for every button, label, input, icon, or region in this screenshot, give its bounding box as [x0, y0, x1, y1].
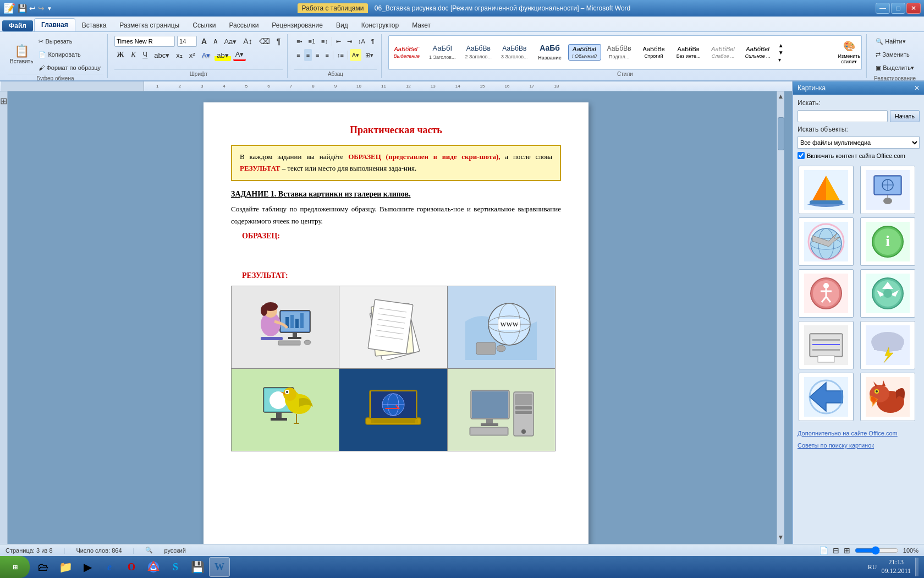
change-styles-btn[interactable]: 🎨 Изменитьстили▾ — [838, 40, 861, 64]
show-marks-button[interactable]: ¶ — [369, 35, 377, 47]
clip-thumb-arrow-target[interactable] — [799, 373, 854, 421]
taskbar-ie-icon[interactable]: e — [99, 557, 120, 577]
style-normal[interactable]: АаБбВвI! Обычный — [568, 44, 601, 61]
view-fullscreen-btn[interactable]: ⊟ — [833, 546, 839, 555]
quick-dropdown[interactable]: ▼ — [47, 6, 52, 12]
tab-layout2[interactable]: Макет — [405, 19, 437, 31]
maximize-button[interactable]: □ — [891, 3, 905, 14]
view-two-pages-btn[interactable]: ⊞ — [844, 546, 850, 555]
clip-thumb-computer-network[interactable] — [860, 166, 915, 214]
search-tips-link[interactable]: Советы по поиску картинок — [798, 442, 920, 449]
close-button[interactable]: ✕ — [906, 3, 921, 14]
justify-button[interactable]: ≡ — [323, 49, 331, 61]
clip-thumb-dragon[interactable] — [860, 373, 915, 421]
scroll-down-arrow[interactable]: ▼ — [778, 533, 784, 542]
show-hide-button[interactable]: ¶ — [274, 35, 283, 47]
clip-thumb-info[interactable]: i — [860, 217, 915, 266]
style-bezinte[interactable]: АаБбВвБез инте... — [672, 44, 705, 61]
include-office-checkbox[interactable] — [798, 152, 805, 159]
zoom-slider[interactable] — [855, 547, 899, 554]
bullets-button[interactable]: ≡• — [294, 35, 304, 47]
underline-button[interactable]: Ч — [140, 49, 150, 61]
search-input[interactable] — [798, 110, 888, 122]
tab-constructor[interactable]: Конструктор — [355, 19, 405, 31]
style-heading1[interactable]: АаБбI1 Заголов... — [425, 42, 459, 62]
font-color-button[interactable]: A▾ — [233, 49, 246, 61]
taskbar-media-icon[interactable]: ▶ — [77, 557, 98, 577]
increase-indent-button[interactable]: ⇥ — [345, 35, 354, 47]
style-podgol[interactable]: АаБбВвПодгол... — [603, 43, 636, 62]
font-case-button[interactable]: A↕ — [241, 35, 254, 47]
format-painter-button[interactable]: 🖌 Формат по образцу — [36, 62, 103, 74]
quick-undo[interactable]: ↩ — [29, 4, 36, 13]
taskbar-skype-icon[interactable]: S — [165, 557, 186, 577]
style-strogiy[interactable]: АаБбВвСтрогий — [637, 44, 670, 61]
paste-button[interactable]: 📋 Вставить — [8, 39, 35, 70]
main-document[interactable]: Практическая часть В каждом задании вы н… — [8, 91, 784, 544]
copy-button[interactable]: 📄 Копировать — [36, 48, 103, 61]
align-center-button[interactable]: ≡ — [304, 49, 312, 61]
clip-thumb-recycle[interactable] — [860, 269, 915, 318]
select-button[interactable]: ▣ Выделить▾ — [873, 62, 916, 74]
office-link[interactable]: Дополнительно на сайте Office.com — [798, 430, 920, 437]
styles-more[interactable]: ▾ — [778, 57, 784, 63]
multilevel-button[interactable]: ≡↕ — [319, 35, 330, 47]
quick-save[interactable]: 💾 — [18, 4, 27, 13]
vertical-scrollbar[interactable]: ▲ ▼ — [777, 91, 784, 544]
align-left-button[interactable]: ≡ — [294, 49, 302, 61]
scroll-thumb[interactable] — [778, 117, 784, 150]
view-normal-btn[interactable]: 📄 — [819, 546, 828, 555]
tab-view[interactable]: Вид — [329, 19, 355, 31]
file-type-dropdown[interactable]: Все файлы мультимедиа — [798, 137, 920, 149]
tab-file[interactable]: Файл — [2, 20, 33, 31]
style-heading2[interactable]: АаБбВв2 Заголов... — [461, 43, 496, 62]
style-title[interactable]: АаБбНазвание — [534, 42, 566, 63]
text-effect-button[interactable]: A▾ — [200, 49, 213, 61]
subscript-button[interactable]: х₂ — [174, 49, 185, 61]
italic-button[interactable]: К — [129, 49, 138, 61]
scroll-up-arrow[interactable]: ▲ — [778, 92, 784, 101]
borders-button[interactable]: ⊞▾ — [363, 49, 376, 61]
taskbar-opera-icon[interactable]: O — [121, 557, 142, 577]
taskbar-explorer-icon[interactable]: 🗁 — [33, 557, 54, 577]
sort-button[interactable]: ↕A — [356, 35, 367, 47]
shrink-font-button[interactable]: A — [211, 35, 219, 47]
style-slaboe[interactable]: АаБбВвIСлабое ... — [707, 44, 740, 61]
style-heading3[interactable]: АаБбВв3 Заголов... — [497, 43, 531, 62]
tab-mailings[interactable]: Рассылки — [222, 19, 265, 31]
taskbar-save-icon[interactable]: 💾 — [187, 557, 208, 577]
show-desktop-btn[interactable] — [915, 558, 919, 576]
clip-thumb-scanner[interactable] — [799, 321, 854, 369]
superscript-button[interactable]: х² — [187, 49, 197, 61]
cut-button[interactable]: ✂ Вырезать — [36, 35, 103, 47]
numbering-button[interactable]: ≡1 — [306, 35, 318, 47]
font-size-input[interactable]: 14 — [177, 36, 197, 47]
scroll-left-expand[interactable]: ⊞ — [0, 96, 7, 106]
shading-button[interactable]: A▾ — [350, 49, 361, 61]
clear-all-button[interactable]: ⌫ — [257, 35, 272, 47]
clip-thumb-sailing[interactable] — [799, 166, 854, 214]
zoom-percent[interactable]: 100% — [903, 547, 919, 554]
tab-layout[interactable]: Разметка страницы — [113, 19, 186, 31]
taskbar-word-icon[interactable]: W — [209, 557, 230, 577]
styles-down[interactable]: ▼ — [778, 50, 784, 56]
minimize-button[interactable]: — — [876, 3, 890, 14]
grow-font-button[interactable]: A — [199, 35, 209, 47]
decrease-indent-button[interactable]: ⇤ — [334, 35, 343, 47]
font-name-input[interactable]: Times New R — [114, 36, 175, 47]
replace-button[interactable]: ⇄ Заменить — [873, 48, 916, 61]
clear-format-button[interactable]: Aa▾ — [222, 35, 239, 47]
tab-references[interactable]: Ссылки — [186, 19, 222, 31]
panel-close-btn[interactable]: ✕ — [914, 84, 920, 92]
clip-thumb-accessibility[interactable] — [799, 269, 854, 318]
tab-insert[interactable]: Вставка — [75, 19, 113, 31]
style-vydelenie[interactable]: АаБбВвГВыделение — [390, 44, 424, 61]
clip-thumb-airplane[interactable] — [799, 217, 854, 266]
tab-home[interactable]: Главная — [34, 18, 75, 31]
align-right-button[interactable]: ≡ — [314, 49, 321, 61]
tab-review[interactable]: Рецензирование — [265, 19, 329, 31]
find-button[interactable]: 🔍 Найти▾ — [873, 35, 916, 47]
spell-check-icon[interactable]: 🔍 — [145, 547, 153, 554]
taskbar-lang[interactable]: RU — [868, 563, 877, 571]
taskbar-chrome-icon[interactable] — [143, 557, 164, 577]
